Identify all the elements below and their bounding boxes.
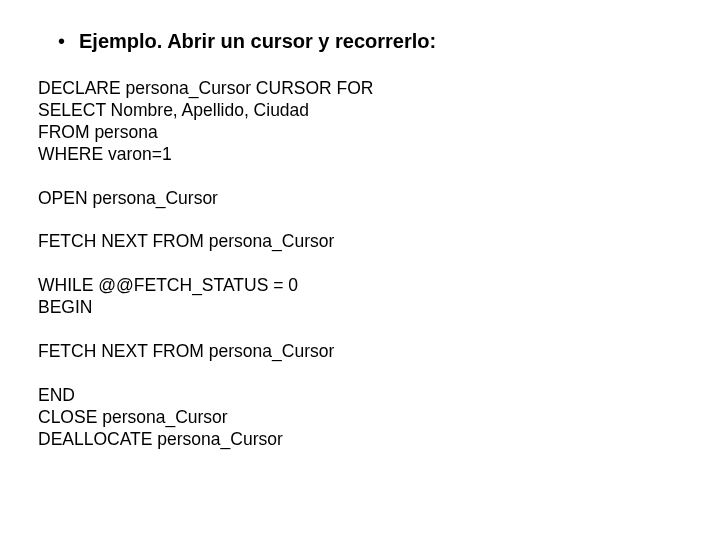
code-line: WHERE varon=1 — [38, 144, 682, 166]
code-line: FETCH NEXT FROM persona_Cursor — [38, 341, 682, 363]
code-block: DECLARE persona_Cursor CURSOR FOR SELECT… — [38, 78, 682, 451]
slide-title: • Ejemplo. Abrir un cursor y recorrerlo: — [58, 28, 682, 54]
code-line: CLOSE persona_Cursor — [38, 407, 682, 429]
code-line: DECLARE persona_Cursor CURSOR FOR — [38, 78, 682, 100]
code-line: FETCH NEXT FROM persona_Cursor — [38, 231, 682, 253]
code-line: BEGIN — [38, 297, 682, 319]
code-line: OPEN persona_Cursor — [38, 188, 682, 210]
code-line: DEALLOCATE persona_Cursor — [38, 429, 682, 451]
code-line: SELECT Nombre, Apellido, Ciudad — [38, 100, 682, 122]
bullet-icon: • — [58, 28, 65, 54]
code-line: END — [38, 385, 682, 407]
code-line: WHILE @@FETCH_STATUS = 0 — [38, 275, 682, 297]
title-text: Ejemplo. Abrir un cursor y recorrerlo: — [79, 28, 436, 54]
code-line: FROM persona — [38, 122, 682, 144]
